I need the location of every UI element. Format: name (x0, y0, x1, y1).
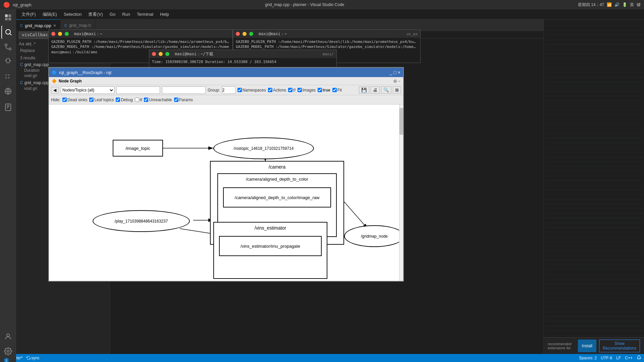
input-method-icon: 键 (637, 2, 641, 8)
rqt-save-btn[interactable]: 💾 (359, 86, 369, 94)
term3-min[interactable] (159, 52, 163, 56)
activity-remote[interactable] (1, 84, 15, 98)
activity-bar-bottom: 1 (1, 330, 15, 362)
menu-terminal[interactable]: Terminal (134, 11, 156, 17)
menu-help[interactable]: Help (157, 11, 172, 17)
rqt-nodes-dropdown[interactable]: Nodes/Topics (all) (61, 86, 114, 94)
rqt-actions-check[interactable] (268, 88, 272, 92)
rqt-leaf-topics-check[interactable] (89, 98, 94, 102)
rqt-highlight-check[interactable] (318, 88, 322, 92)
rqt-images-label[interactable]: Images (298, 88, 316, 93)
rqt-filter-bar: Hide: Dead sinks Leaf topics Debug tf Un… (49, 95, 403, 105)
menu-go[interactable]: Go (107, 11, 118, 17)
install-button[interactable]: Install (578, 340, 596, 352)
terminal-2-title: maxi@maxi：~ (259, 31, 287, 37)
graph-node-vins-outer[interactable]: /vins_estimator /vins_estimator/imu_prop… (213, 222, 327, 279)
menu-selection[interactable]: Selection (61, 11, 84, 17)
tab-close-cpp[interactable]: × (53, 23, 56, 28)
graph-node-play[interactable]: /play_17103988486431​63237 (93, 210, 190, 232)
rqt-namespaces-check[interactable] (237, 88, 242, 92)
rqt-filter-input-1[interactable] (116, 86, 160, 94)
activity-accounts[interactable] (1, 330, 15, 343)
rqt-highlight-label[interactable]: true (318, 88, 330, 93)
rqt-tf-check[interactable] (288, 88, 292, 92)
activity-search[interactable] (1, 25, 15, 39)
rqt-filter-input-2[interactable] (162, 86, 206, 94)
rqt-fit-label[interactable]: Fit (332, 88, 342, 93)
node-graph-close-icon[interactable]: – (398, 79, 400, 83)
rqt-layout-btn[interactable]: ⊞ (393, 86, 401, 94)
bell-icon[interactable] (637, 355, 641, 361)
term3-max[interactable] (165, 52, 169, 56)
menu-view[interactable]: 查看(V) (86, 11, 105, 18)
show-recommendations-button[interactable]: Show Recommendations (599, 340, 640, 352)
activity-notebook[interactable] (1, 101, 15, 114)
activity-debug[interactable] (1, 55, 15, 68)
node-graph-header: 🔶 Node Graph ⊞ – (49, 77, 403, 85)
rqt-hide-tf-label[interactable]: tf (135, 98, 142, 102)
rqt-namespaces-label[interactable]: Namespaces (237, 88, 266, 93)
sync-arrows-icon (26, 356, 31, 360)
language-indicator[interactable]: C++ (625, 356, 633, 360)
term2-max[interactable] (249, 32, 253, 36)
rqt-close[interactable]: × (398, 70, 400, 75)
graph-node-vins-imu[interactable]: /vins_estimator/imu_propagate (219, 236, 322, 256)
term2-min[interactable] (243, 32, 247, 36)
rqt-group-input[interactable] (222, 86, 235, 94)
activity-settings[interactable] (1, 345, 15, 358)
rqt-params-label[interactable]: Params (174, 98, 193, 102)
menu-run[interactable]: Run (119, 11, 133, 17)
rqt-leaf-topics-label[interactable]: Leaf topics (89, 98, 114, 102)
term3-line1: Time: 1583980198.306728 Duration: 14.553… (152, 59, 334, 64)
rqt-actions-label[interactable]: Actions (268, 88, 286, 93)
rqt-scrollbar[interactable] (399, 105, 403, 281)
svg-line-23 (344, 202, 368, 229)
term1-min[interactable] (58, 32, 62, 36)
rqt-fit-check[interactable] (332, 88, 337, 92)
line-ending-indicator[interactable]: LF (616, 356, 621, 360)
regex-icon[interactable]: .* (33, 41, 36, 46)
rqt-zoom-btn[interactable]: 🔍 (381, 86, 391, 94)
rqt-unreachable-label[interactable]: Unreachable (144, 98, 172, 102)
tab-cpp-icon: C (20, 23, 23, 27)
rqt-icon2[interactable]: □ (393, 70, 396, 75)
sync-icon[interactable]: sync (26, 356, 40, 360)
rqt-dead-sinks-check[interactable] (62, 98, 67, 102)
rqt-debug-label[interactable]: Debug (116, 98, 132, 102)
activity-extensions[interactable] (1, 70, 15, 83)
term1-close[interactable] (51, 32, 55, 36)
terminal-1-titlebar: maxi@maxi：~ (49, 30, 232, 38)
svg-rect-2 (5, 18, 8, 20)
rqt-images-check[interactable] (298, 88, 302, 92)
node-graph-controls: ⊞ – (393, 79, 400, 83)
menu-edit[interactable]: 编辑(E) (40, 11, 60, 18)
rqt-unreachable-check[interactable] (144, 98, 148, 102)
graph-node-gridmap[interactable]: /gridmap_node (344, 225, 403, 247)
rqt-icon1[interactable]: _ (390, 70, 392, 75)
term3-close[interactable] (152, 52, 156, 56)
whole-word-icon[interactable]: ab| (25, 41, 32, 46)
activity-source-control[interactable] (1, 40, 15, 54)
graph-node-camera-image-raw[interactable]: /camera/aligned_depth_to_color/image_raw (223, 187, 331, 207)
rqt-scroll-thumb[interactable] (399, 108, 403, 135)
rqt-back-btn[interactable]: ◀ (51, 87, 59, 94)
rqt-tf-label[interactable]: tf (288, 88, 296, 93)
case-sensitive-icon[interactable]: Aa (19, 41, 24, 46)
node-graph-detach[interactable]: ⊞ (393, 79, 397, 83)
term2-close[interactable] (236, 32, 240, 36)
rqt-graph-area: /image_topic /rostopic_14618_17103217597… (49, 105, 403, 281)
graph-node-image-topic[interactable]: /image_topic (113, 140, 163, 157)
rqt-hide-tf-check[interactable] (135, 98, 139, 102)
menu-file[interactable]: 文件(F) (19, 11, 39, 18)
activity-explorer[interactable] (1, 11, 15, 24)
spaces-indicator[interactable]: Spaces: 2 (579, 356, 597, 360)
term1-max[interactable] (65, 32, 69, 36)
rqt-graph-window: 🔷 rqt_graph__RosGraph - rqt _ □ × 🔶 Node… (48, 67, 404, 282)
rqt-params-check[interactable] (174, 98, 178, 102)
rqt-print-btn[interactable]: 🖨 (371, 86, 380, 94)
rqt-dead-sinks-label[interactable]: Dead sinks (62, 98, 87, 102)
rqt-group-label: Group: (208, 88, 220, 93)
rqt-debug-check[interactable] (116, 98, 120, 102)
encoding-indicator[interactable]: UTF-8 (601, 356, 612, 360)
graph-node-rostopic[interactable]: /rostopic_14618_1710321759714 (213, 137, 314, 159)
